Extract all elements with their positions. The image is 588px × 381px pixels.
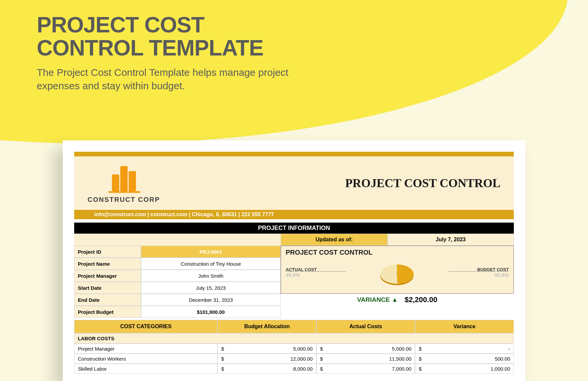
budget-cost-pct: 50.5% bbox=[477, 272, 509, 278]
currency-symbol: $ bbox=[221, 366, 224, 372]
row-start-date: Start Date July 15, 2023 bbox=[74, 282, 281, 294]
amount: 500.00 bbox=[495, 356, 510, 362]
title-line-2: CONTROL TEMPLATE bbox=[37, 35, 263, 60]
col-categories: COST CATEGORIES bbox=[74, 320, 217, 333]
chart-title: PROJECT COST CONTROL bbox=[286, 249, 509, 256]
row-end-date: End Date December 31, 2023 bbox=[74, 294, 281, 306]
blank-cell bbox=[74, 234, 281, 246]
page-header: PROJECT COST CONTROL TEMPLATE The Projec… bbox=[37, 13, 291, 93]
cell-budget: $8,000.00 bbox=[217, 364, 316, 374]
value-start-date: July 15, 2023 bbox=[141, 282, 281, 294]
document-preview: CONSTRUCT CORP PROJECT COST CONTROL info… bbox=[63, 140, 525, 381]
amount: 8,000.00 bbox=[293, 366, 313, 372]
amount: 5,000.00 bbox=[293, 346, 313, 352]
amount: 11,500.00 bbox=[389, 356, 412, 362]
page-subtitle: The Project Cost Control Template helps … bbox=[37, 66, 291, 93]
table-row: Skilled Labor $8,000.00 $7,000.00 $1,000… bbox=[74, 364, 514, 374]
value-project-manager: John Smith bbox=[141, 270, 281, 282]
table-row: Project Manager $5,000.00 $5,000.00 $- bbox=[74, 344, 514, 354]
group-labor-costs: LABOR COSTS bbox=[74, 333, 514, 344]
currency-symbol: $ bbox=[221, 356, 224, 362]
row-project-id: Project ID PRJ-0001 bbox=[74, 246, 281, 258]
info-right: PROJECT COST CONTROL ACTUAL COST 49.5% B… bbox=[281, 246, 514, 318]
leader-line-left bbox=[286, 271, 346, 272]
label-start-date: Start Date bbox=[74, 282, 141, 294]
currency-symbol: $ bbox=[419, 356, 421, 362]
doc-title: PROJECT COST CONTROL bbox=[345, 176, 500, 190]
amount: 5,000.00 bbox=[392, 346, 411, 352]
cost-header-row: COST CATEGORIES Budget Allocation Actual… bbox=[74, 320, 514, 333]
svg-rect-0 bbox=[112, 174, 119, 191]
cell-name: Skilled Labor bbox=[74, 364, 217, 374]
value-end-date: December 31, 2023 bbox=[141, 294, 281, 306]
row-project-budget: Project Budget $101,900.00 bbox=[74, 306, 281, 318]
currency-symbol: $ bbox=[419, 366, 421, 372]
updated-value: July 7, 2023 bbox=[388, 234, 514, 246]
amount: 1,000.00 bbox=[491, 366, 510, 372]
buildings-icon bbox=[100, 163, 147, 195]
cell-variance: $- bbox=[415, 344, 514, 354]
label-project-budget: Project Budget bbox=[74, 306, 141, 318]
company-header: CONSTRUCT CORP PROJECT COST CONTROL bbox=[74, 156, 514, 210]
col-variance: Variance bbox=[415, 320, 514, 333]
row-project-manager: Project Manager John Smith bbox=[74, 270, 281, 282]
value-project-budget: $101,900.00 bbox=[141, 306, 281, 318]
currency-symbol: $ bbox=[221, 346, 224, 352]
page-title: PROJECT COST CONTROL TEMPLATE bbox=[37, 13, 291, 60]
label-project-manager: Project Manager bbox=[74, 270, 141, 282]
row-project-name: Project Name Construction of Tiny House bbox=[74, 258, 281, 270]
value-project-id: PRJ-0001 bbox=[141, 246, 281, 258]
company-name: CONSTRUCT CORP bbox=[88, 196, 160, 204]
cell-budget: $5,000.00 bbox=[217, 344, 316, 354]
amount: 12,000.00 bbox=[290, 356, 313, 362]
svg-rect-2 bbox=[129, 171, 136, 191]
info-left: Project ID PRJ-0001 Project Name Constru… bbox=[74, 246, 281, 318]
variance-label: VARIANCE ▲ bbox=[357, 296, 398, 303]
cell-name: Construction Workers bbox=[74, 354, 217, 364]
currency-symbol: $ bbox=[320, 366, 323, 372]
cell-budget: $12,000.00 bbox=[217, 354, 316, 364]
accent-bar bbox=[74, 152, 514, 156]
currency-symbol: $ bbox=[320, 346, 323, 352]
col-actual: Actual Costs bbox=[316, 320, 415, 333]
cell-actual: $7,000.00 bbox=[316, 364, 415, 374]
label-project-id: Project ID bbox=[74, 246, 141, 258]
variance-row: VARIANCE ▲ $2,200.00 bbox=[281, 294, 514, 306]
label-end-date: End Date bbox=[74, 294, 141, 306]
info-grid: Project ID PRJ-0001 Project Name Constru… bbox=[74, 246, 514, 318]
leader-line-right bbox=[449, 271, 509, 272]
cell-name: Project Manager bbox=[74, 344, 217, 354]
amount: - bbox=[508, 346, 510, 352]
currency-symbol: $ bbox=[320, 356, 323, 362]
pie-chart bbox=[375, 259, 419, 286]
title-line-1: PROJECT COST bbox=[37, 12, 204, 37]
company-logo-block: CONSTRUCT CORP bbox=[88, 163, 160, 204]
pie-icon bbox=[380, 264, 414, 283]
section-project-info: PROJECT INFORMATION bbox=[74, 223, 514, 234]
chart-body: ACTUAL COST 49.5% BUDGET COST 50.5% bbox=[286, 259, 509, 286]
label-project-name: Project Name bbox=[74, 258, 141, 270]
chart-box: PROJECT COST CONTROL ACTUAL COST 49.5% B… bbox=[281, 246, 514, 294]
updated-row: Updated as of: July 7, 2023 bbox=[74, 234, 514, 246]
actual-cost-pct: 49.5% bbox=[286, 272, 317, 278]
chart-right-label: BUDGET COST 50.5% bbox=[477, 267, 509, 278]
contact-bar: info@construct.com | construct.com | Chi… bbox=[74, 210, 514, 219]
cell-variance: $500.00 bbox=[415, 354, 514, 364]
value-project-name: Construction of Tiny House bbox=[141, 258, 281, 270]
chart-left-label: ACTUAL COST 49.5% bbox=[286, 267, 317, 278]
svg-rect-1 bbox=[120, 166, 128, 191]
cell-actual: $11,500.00 bbox=[316, 354, 415, 364]
amount: 7,000.00 bbox=[392, 366, 411, 372]
currency-symbol: $ bbox=[419, 346, 421, 352]
cell-actual: $5,000.00 bbox=[316, 344, 415, 354]
variance-value: $2,200.00 bbox=[405, 295, 437, 304]
updated-label: Updated as of: bbox=[281, 234, 388, 246]
cell-variance: $1,000.00 bbox=[415, 364, 514, 374]
svg-rect-3 bbox=[109, 191, 140, 193]
col-budget: Budget Allocation bbox=[217, 320, 316, 333]
table-row: Construction Workers $12,000.00 $11,500.… bbox=[74, 354, 514, 364]
